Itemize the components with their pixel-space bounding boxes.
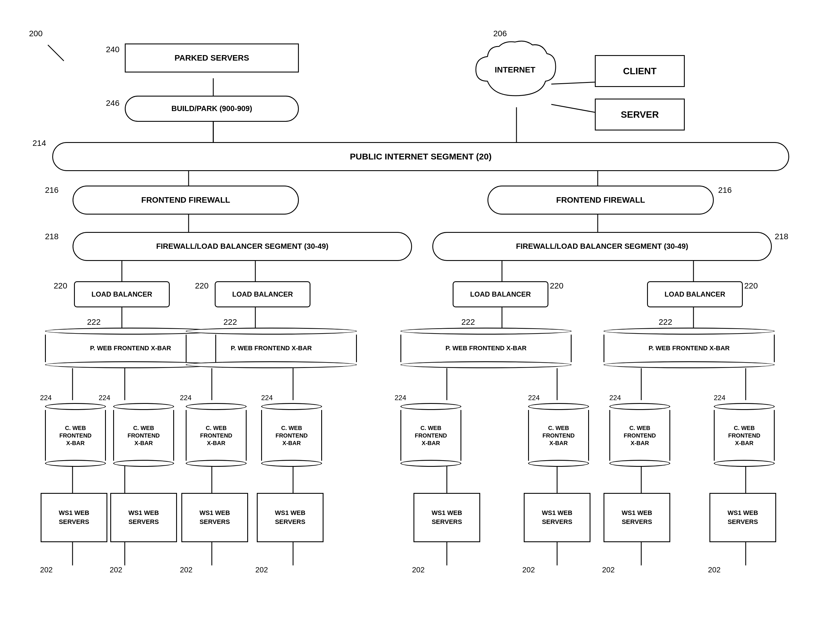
ref-218-left: 218 — [45, 232, 59, 241]
ref-224-2: 224 — [99, 394, 110, 402]
p-web-frontend-xbar-3: P. WEB FRONTEND X-BAR — [400, 328, 572, 368]
c-web-frontend-xbar-8: C. WEBFRONTENDX-BAR — [714, 403, 775, 467]
ws1-web-servers-1: WS1 WEBSERVERS — [41, 493, 107, 542]
server-box: SERVER — [595, 99, 685, 130]
frontend-firewall-1: FRONTEND FIREWALL — [72, 186, 299, 214]
ref-240: 240 — [106, 45, 119, 54]
ref-222-1: 222 — [87, 318, 100, 327]
c-web-frontend-xbar-7: C. WEBFRONTENDX-BAR — [609, 403, 670, 467]
svg-text:INTERNET: INTERNET — [495, 65, 535, 74]
public-internet-segment: PUBLIC INTERNET SEGMENT (20) — [52, 142, 789, 171]
ws1-web-servers-5: WS1 WEBSERVERS — [413, 493, 480, 542]
ref-214: 214 — [33, 139, 46, 148]
fw-lb-segment-2: FIREWALL/LOAD BALANCER SEGMENT (30-49) — [432, 232, 772, 261]
client-box: CLIENT — [595, 55, 685, 87]
parked-servers-box: PARKED SERVERS — [125, 44, 299, 72]
ref-224-3: 224 — [180, 394, 192, 402]
ref-224-4: 224 — [261, 394, 273, 402]
ref-224-1: 224 — [40, 394, 52, 402]
c-web-frontend-xbar-5: C. WEBFRONTENDX-BAR — [400, 403, 462, 467]
frontend-firewall-2: FRONTEND FIREWALL — [487, 186, 714, 214]
p-web-frontend-xbar-4: P. WEB FRONTEND X-BAR — [603, 328, 775, 368]
svg-line-0 — [48, 45, 64, 61]
internet-cloud: INTERNET — [470, 38, 560, 110]
ref-202-7: 202 — [602, 565, 615, 574]
build-park-box: BUILD/PARK (900-909) — [125, 96, 299, 122]
ref-216-left: 216 — [45, 186, 59, 195]
ws1-web-servers-3: WS1 WEBSERVERS — [181, 493, 248, 542]
ref-202-8: 202 — [708, 565, 721, 574]
p-web-frontend-xbar-2: P. WEB FRONTEND X-BAR — [186, 328, 357, 368]
c-web-frontend-xbar-2: C. WEBFRONTENDX-BAR — [113, 403, 174, 467]
fw-lb-segment-1: FIREWALL/LOAD BALANCER SEGMENT (30-49) — [72, 232, 412, 261]
ws1-web-servers-2: WS1 WEBSERVERS — [110, 493, 177, 542]
ws1-web-servers-7: WS1 WEBSERVERS — [603, 493, 670, 542]
ref-202-5: 202 — [412, 565, 424, 574]
c-web-frontend-xbar-3: C. WEBFRONTENDX-BAR — [186, 403, 247, 467]
ref-202-3: 202 — [180, 565, 192, 574]
ref-220-3: 220 — [550, 281, 564, 291]
diagram: 200 206 240 246 214 PARKED SERVERS BUILD… — [0, 0, 840, 626]
c-web-frontend-xbar-6: C. WEBFRONTENDX-BAR — [528, 403, 589, 467]
ref-200: 200 — [29, 29, 42, 38]
load-balancer-1: LOAD BALANCER — [74, 281, 170, 307]
ref-206: 206 — [493, 29, 507, 38]
ref-224-7: 224 — [609, 394, 621, 402]
ref-220-2: 220 — [195, 281, 209, 291]
ref-202-6: 202 — [522, 565, 535, 574]
ref-224-6: 224 — [528, 394, 540, 402]
load-balancer-3: LOAD BALANCER — [453, 281, 548, 307]
c-web-frontend-xbar-4: C. WEBFRONTENDX-BAR — [261, 403, 322, 467]
ref-222-2: 222 — [223, 318, 237, 327]
ref-224-5: 224 — [395, 394, 406, 402]
ref-222-4: 222 — [659, 318, 672, 327]
ref-224-8: 224 — [714, 394, 725, 402]
ref-246: 246 — [106, 99, 119, 108]
ws1-web-servers-4: WS1 WEBSERVERS — [257, 493, 323, 542]
ref-202-4: 202 — [255, 565, 268, 574]
c-web-frontend-xbar-1: C. WEBFRONTENDX-BAR — [45, 403, 106, 467]
load-balancer-4: LOAD BALANCER — [647, 281, 743, 307]
ref-222-3: 222 — [462, 318, 475, 327]
ref-220-1: 220 — [54, 281, 68, 291]
ref-202-1: 202 — [40, 565, 52, 574]
ws1-web-servers-8: WS1 WEBSERVERS — [710, 493, 776, 542]
ws1-web-servers-6: WS1 WEBSERVERS — [524, 493, 590, 542]
ref-202-2: 202 — [110, 565, 122, 574]
ref-218-right: 218 — [775, 232, 788, 241]
load-balancer-2: LOAD BALANCER — [215, 281, 311, 307]
ref-220-4: 220 — [744, 281, 758, 291]
ref-216-right: 216 — [718, 186, 732, 195]
